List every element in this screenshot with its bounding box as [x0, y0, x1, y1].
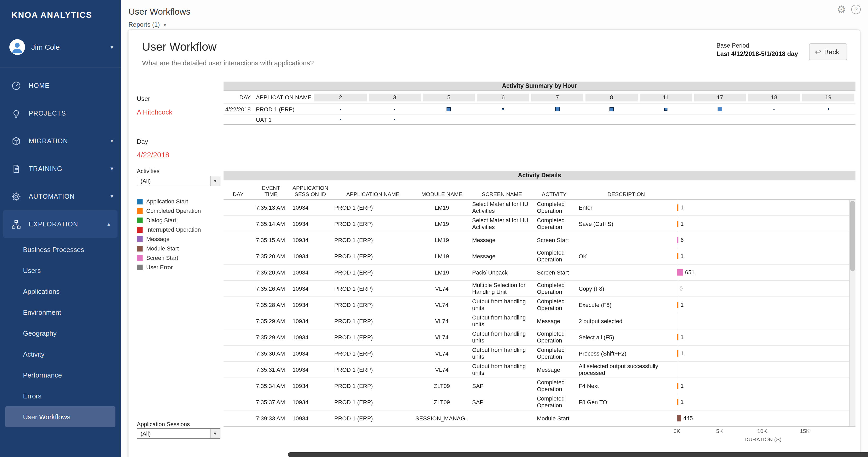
table-row[interactable]: 7:35:28 AM10934PROD 1 (ERP)VL74Output fr…	[223, 296, 849, 313]
legend-item-message[interactable]: Message	[137, 234, 201, 244]
activity-mark[interactable]	[774, 109, 775, 110]
sidebar-item-business-processes[interactable]: Business Processes	[0, 239, 121, 260]
column-header-day[interactable]: DAY	[223, 190, 253, 199]
table-row[interactable]: 7:35:13 AM10934PROD 1 (ERP)LM19Select Ma…	[223, 200, 849, 216]
column-header-application-name[interactable]: APPLICATION NAME	[331, 190, 415, 199]
sidebar-item-label: EXPLORATION	[29, 220, 107, 228]
day-filter-value[interactable]: 4/22/2018	[137, 150, 169, 159]
column-header-module-name[interactable]: MODULE NAME	[415, 190, 469, 199]
hour-header[interactable]: 5	[423, 93, 475, 101]
hour-header[interactable]: 2	[314, 93, 367, 101]
sidebar-item-users[interactable]: Users	[0, 260, 121, 281]
gear-icon[interactable]: ⚙	[837, 4, 846, 15]
hour-header[interactable]: 17	[694, 93, 746, 101]
table-row[interactable]: 7:35:15 AM10934PROD 1 (ERP)LM19MessageSc…	[223, 232, 849, 248]
hour-header[interactable]: 8	[585, 93, 638, 101]
activity-mark[interactable]	[394, 109, 395, 110]
table-row[interactable]: 7:35:29 AM10934PROD 1 (ERP)VL74Output fr…	[223, 329, 849, 345]
sidebar-item-migration[interactable]: MIGRATION▾	[0, 127, 121, 155]
sidebar-item-exploration[interactable]: EXPLORATION▴	[3, 210, 118, 238]
table-row[interactable]: 7:39:33 AM10934PROD 1 (ERP)SESSION_MANAG…	[223, 410, 849, 426]
table-row[interactable]: 7:35:29 AM10934PROD 1 (ERP)VL74Output fr…	[223, 313, 849, 329]
activity-mark[interactable]	[610, 107, 614, 111]
horizontal-scrollbar-thumb[interactable]	[288, 452, 868, 457]
activity-mark[interactable]	[828, 108, 829, 110]
table-row[interactable]: 7:35:14 AM10934PROD 1 (ERP)LM19Select Ma…	[223, 216, 849, 232]
activity-mark[interactable]	[447, 107, 451, 111]
sidebar-item-geography[interactable]: Geography	[0, 323, 121, 344]
legend-swatch	[137, 255, 143, 261]
back-button[interactable]: ↩ Back	[809, 44, 847, 60]
hour-header[interactable]: 6	[477, 93, 529, 101]
legend-item-user-error[interactable]: User Error	[137, 262, 201, 272]
activity-mark[interactable]	[502, 108, 504, 110]
column-header-description[interactable]: DESCRIPTION	[572, 190, 677, 199]
sidebar-item-label: Business Processes	[23, 246, 84, 253]
hour-header[interactable]: 18	[748, 93, 800, 101]
legend-item-module-start[interactable]: Module Start	[137, 244, 201, 253]
help-icon[interactable]: ?	[851, 5, 861, 14]
sidebar-item-automation[interactable]: AUTOMATION▾	[0, 182, 121, 210]
column-header-event-time[interactable]: EVENT TIME	[253, 183, 289, 199]
legend-item-dialog-start[interactable]: Dialog Start	[137, 216, 201, 225]
activities-select[interactable]: (All) ▼	[137, 176, 220, 186]
sidebar-item-home[interactable]: HOME	[0, 72, 121, 99]
table-row[interactable]: 7:35:37 AM10934PROD 1 (ERP)ZLT09SAPCompl…	[223, 394, 849, 410]
legend-item-application-start[interactable]: Application Start	[137, 197, 201, 206]
sidebar-item-user-workflows[interactable]: User Workflows	[5, 406, 116, 427]
column-header-activity[interactable]: ACTIVITY	[535, 190, 572, 199]
hour-header[interactable]: 11	[640, 93, 692, 101]
x-axis: 0K5K10K15K	[223, 428, 856, 435]
summary-header: DAY APPLICATION NAME 23567811171819	[223, 91, 856, 104]
automation-icon	[10, 191, 22, 202]
projects-icon	[10, 108, 22, 118]
user-menu[interactable]: Jim Cole ▾	[9, 34, 113, 60]
table-row[interactable]: 7:35:20 AM10934PROD 1 (ERP)LM19MessageCo…	[223, 248, 849, 264]
chevron-down-icon: ▾	[111, 138, 113, 144]
duration-bar	[677, 334, 678, 340]
exploration-icon	[10, 219, 22, 229]
column-header-application-session-id[interactable]: APPLICATION SESSION ID	[289, 183, 331, 199]
sidebar-item-projects[interactable]: PROJECTS	[0, 99, 121, 127]
hour-header[interactable]: 19	[802, 93, 855, 101]
column-header-screen-name[interactable]: SCREEN NAME	[469, 190, 535, 199]
legend-label: Interrupted Operation	[146, 226, 201, 233]
activity-mark[interactable]	[394, 119, 395, 120]
vertical-scrollbar[interactable]	[849, 200, 856, 426]
table-row[interactable]: 7:35:30 AM10934PROD 1 (ERP)VL74Output fr…	[223, 345, 849, 361]
sidebar-item-performance[interactable]: Performance	[0, 365, 121, 385]
summary-day-header[interactable]: DAY	[223, 94, 253, 101]
summary-app-header[interactable]: APPLICATION NAME	[253, 94, 313, 101]
summary-row: 4/22/2018PROD 1 (ERP)	[223, 104, 856, 114]
legend-item-interrupted-operation[interactable]: Interrupted Operation	[137, 225, 201, 234]
hour-header[interactable]: 7	[531, 93, 583, 101]
sidebar-item-label: Environment	[23, 308, 61, 316]
sidebar-item-environment[interactable]: Environment	[0, 302, 121, 323]
back-arrow-icon: ↩	[815, 48, 821, 56]
legend-item-completed-operation[interactable]: Completed Operation	[137, 206, 201, 216]
sidebar-item-activity[interactable]: Activity	[0, 344, 121, 365]
sessions-select[interactable]: (All) ▼	[137, 428, 220, 439]
reports-toggle[interactable]: Reports (1) ▾	[128, 21, 166, 28]
activity-mark[interactable]	[340, 109, 341, 110]
table-row[interactable]: 7:35:26 AM10934PROD 1 (ERP)VL74Multiple …	[223, 280, 849, 296]
chevron-down-icon: ▾	[111, 44, 113, 51]
activity-mark[interactable]	[718, 107, 722, 111]
activity-mark[interactable]	[664, 108, 667, 111]
table-row[interactable]: 7:35:31 AM10934PROD 1 (ERP)VL74Output fr…	[223, 361, 849, 377]
activity-mark[interactable]	[340, 119, 341, 120]
sidebar-item-training[interactable]: TRAINING▾	[0, 155, 121, 182]
table-row[interactable]: 7:35:20 AM10934PROD 1 (ERP)LM19Pack/ Unp…	[223, 264, 849, 280]
vertical-scrollbar-thumb[interactable]	[850, 201, 855, 272]
details-section: Activity Details DAYEVENT TIMEAPPLICATIO…	[223, 171, 856, 444]
sidebar-item-applications[interactable]: Applications	[0, 281, 121, 302]
sidebar-item-label: Applications	[23, 287, 60, 295]
table-row[interactable]: 7:35:34 AM10934PROD 1 (ERP)ZLT09SAPCompl…	[223, 377, 849, 394]
legend-item-screen-start[interactable]: Screen Start	[137, 253, 201, 262]
duration-cell: 0	[677, 281, 849, 296]
duration-cell: 1	[677, 248, 849, 264]
hour-header[interactable]: 3	[369, 93, 421, 101]
activity-mark[interactable]	[555, 107, 560, 111]
sidebar-item-errors[interactable]: Errors	[0, 385, 121, 406]
user-filter-value[interactable]: A Hitchcock	[137, 108, 172, 116]
